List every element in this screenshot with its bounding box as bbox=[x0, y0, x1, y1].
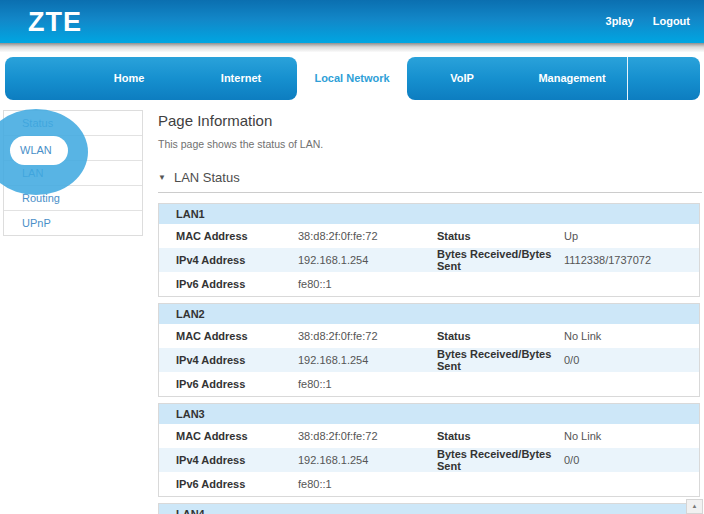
field-value: No Link bbox=[564, 430, 699, 442]
field-label: IPv6 Address bbox=[159, 478, 298, 490]
field-value: 192.168.1.254 bbox=[298, 354, 437, 366]
table-row: IPv6 Address fe80::1 bbox=[159, 272, 699, 296]
top-header: ZTE 3play Logout bbox=[0, 0, 704, 43]
lan2-header: LAN2 bbox=[159, 304, 699, 324]
table-row: MAC Address 38:d8:2f:0f:fe:72 Status No … bbox=[159, 324, 699, 348]
top-links: 3play Logout bbox=[590, 15, 690, 27]
table-row: MAC Address 38:d8:2f:0f:fe:72 Status Up bbox=[159, 224, 699, 248]
section-divider bbox=[158, 192, 702, 193]
table-row: MAC Address 38:d8:2f:0f:fe:72 Status No … bbox=[159, 424, 699, 448]
logout-link[interactable]: Logout bbox=[653, 15, 690, 27]
router-admin-page: ZTE 3play Logout Home Internet Local Net… bbox=[0, 0, 704, 514]
field-value: fe80::1 bbox=[298, 478, 437, 490]
field-label: MAC Address bbox=[159, 330, 298, 342]
section-title: LAN Status bbox=[174, 170, 240, 185]
field-label: IPv4 Address bbox=[159, 454, 298, 466]
field-label: Status bbox=[437, 230, 564, 242]
field-label: MAC Address bbox=[159, 430, 298, 442]
nav-group-left: Home Internet bbox=[5, 57, 297, 100]
field-value: No Link bbox=[564, 330, 699, 342]
tab-management[interactable]: Management bbox=[517, 57, 627, 100]
field-value: fe80::1 bbox=[298, 278, 437, 290]
field-label: IPv6 Address bbox=[159, 278, 298, 290]
lan4-header: LAN4 bbox=[159, 504, 699, 514]
tab-internet[interactable]: Internet bbox=[185, 57, 297, 100]
field-label: Bytes Received/Bytes Sent bbox=[437, 348, 564, 372]
field-label: Status bbox=[437, 330, 564, 342]
field-value: Up bbox=[564, 230, 699, 242]
user-link[interactable]: 3play bbox=[606, 15, 634, 27]
field-value: 0/0 bbox=[564, 354, 699, 366]
tab-home[interactable]: Home bbox=[73, 57, 185, 100]
table-row: IPv6 Address fe80::1 bbox=[159, 472, 699, 496]
table-row: IPv6 Address fe80::1 bbox=[159, 372, 699, 396]
lan-status-section-header[interactable]: ▼LAN Status bbox=[158, 170, 240, 185]
field-value: 38:d8:2f:0f:fe:72 bbox=[298, 330, 437, 342]
tab-local-network[interactable]: Local Network bbox=[297, 57, 407, 100]
sidebar-item-upnp[interactable]: UPnP bbox=[4, 211, 142, 235]
page-subtitle: This page shows the status of LAN. bbox=[158, 138, 323, 150]
table-row: IPv4 Address 192.168.1.254 Bytes Receive… bbox=[159, 448, 699, 472]
field-label: IPv4 Address bbox=[159, 254, 298, 266]
field-value: 192.168.1.254 bbox=[298, 454, 437, 466]
field-value: 38:d8:2f:0f:fe:72 bbox=[298, 230, 437, 242]
nav-spacer bbox=[627, 57, 700, 100]
field-label: Bytes Received/Bytes Sent bbox=[437, 448, 564, 472]
tab-voip[interactable]: VoIP bbox=[407, 57, 517, 100]
main-nav: Home Internet Local Network VoIP Managem… bbox=[0, 57, 704, 100]
field-value: fe80::1 bbox=[298, 378, 437, 390]
zte-logo: ZTE bbox=[28, 7, 82, 38]
lan1-table: LAN1 MAC Address 38:d8:2f:0f:fe:72 Statu… bbox=[158, 203, 700, 297]
lan1-header: LAN1 bbox=[159, 204, 699, 224]
field-label: MAC Address bbox=[159, 230, 298, 242]
lan4-table-partial: LAN4 bbox=[158, 503, 700, 514]
collapse-triangle-icon: ▼ bbox=[158, 173, 166, 182]
table-row: IPv4 Address 192.168.1.254 Bytes Receive… bbox=[159, 248, 699, 272]
field-value: 192.168.1.254 bbox=[298, 254, 437, 266]
field-label: Status bbox=[437, 430, 564, 442]
field-label: IPv6 Address bbox=[159, 378, 298, 390]
page-title: Page Information bbox=[158, 112, 272, 129]
sidebar-item-wlan-highlighted[interactable]: WLAN bbox=[10, 136, 68, 165]
field-label: IPv4 Address bbox=[159, 354, 298, 366]
scrollbar-up-button[interactable]: ▲ bbox=[686, 499, 703, 514]
table-row: IPv4 Address 192.168.1.254 Bytes Receive… bbox=[159, 348, 699, 372]
nav-group-right: VoIP Management bbox=[407, 57, 700, 100]
lan3-header: LAN3 bbox=[159, 404, 699, 424]
lan3-table: LAN3 MAC Address 38:d8:2f:0f:fe:72 Statu… bbox=[158, 403, 700, 497]
field-value: 1112338/1737072 bbox=[564, 254, 699, 266]
field-value: 38:d8:2f:0f:fe:72 bbox=[298, 430, 437, 442]
field-value: 0/0 bbox=[564, 454, 699, 466]
field-label: Bytes Received/Bytes Sent bbox=[437, 248, 564, 272]
header-shadow bbox=[0, 43, 704, 52]
lan2-table: LAN2 MAC Address 38:d8:2f:0f:fe:72 Statu… bbox=[158, 303, 700, 397]
